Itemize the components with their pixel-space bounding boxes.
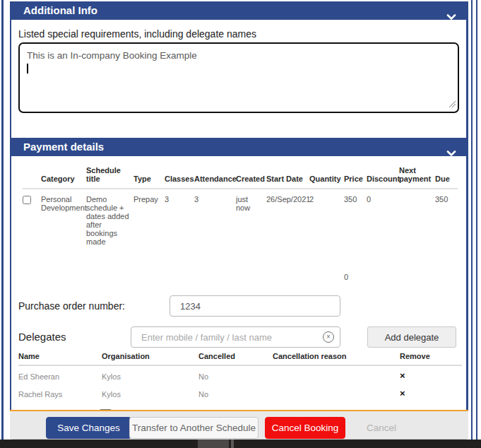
remove-delegate-icon[interactable]: × [400, 384, 462, 402]
scrollbar-segment [231, 440, 234, 448]
delegates-table: Name Organisation Cancelled Cancellation… [18, 352, 462, 402]
page-right-border-inner [471, 0, 473, 440]
cell-schedule-title: Demo schedule + dates added after bookin… [86, 189, 133, 246]
payment-row-checkbox[interactable] [23, 196, 31, 204]
purchase-order-input[interactable] [170, 295, 340, 317]
col-start-date: Start Date [266, 166, 309, 189]
cell-attendance: 3 [194, 189, 236, 246]
delegate-search-input[interactable] [131, 326, 340, 348]
col-category: Category [41, 166, 86, 189]
cell-classes: 3 [165, 189, 194, 246]
delegates-control-row: Delegates × Add delegate [18, 326, 459, 348]
checkbox-column-header [23, 166, 41, 189]
payment-details-title: Payment details [23, 141, 104, 153]
action-footer: Save Changes Transfer to Another Schedul… [10, 410, 468, 440]
booking-edit-screen: Additional Info Listed special requireme… [0, 0, 481, 448]
delegate-row: Rachel Rays Kylos No × [18, 384, 462, 402]
col-remove: Remove [400, 352, 462, 365]
delegate-search-wrap: × [131, 326, 340, 348]
note-text: This is an In-company Booking Example [27, 50, 451, 61]
resize-grip-icon[interactable] [449, 100, 456, 110]
booking-panel: Additional Info Listed special requireme… [10, 1, 468, 410]
cell-next-payment [399, 189, 435, 246]
clear-search-icon[interactable]: × [323, 331, 334, 343]
remove-delegate-icon[interactable]: × [400, 365, 462, 384]
col-price: Price [344, 166, 367, 189]
col-cancelled: Cancelled [198, 352, 273, 365]
col-organisation: Organisation [102, 352, 198, 365]
cell-created: just now [236, 189, 266, 246]
col-cancellation-reason: Cancellation reason [273, 352, 400, 365]
cancel-booking-button[interactable]: Cancel Booking [265, 417, 345, 439]
cell-category: Personal Development [41, 189, 86, 246]
delegate-cancelled: No [198, 384, 273, 402]
delegate-name: Rachel Rays [18, 384, 102, 402]
cell-type: Prepay [133, 189, 165, 246]
purchase-order-row: Purchase order number: [18, 295, 459, 317]
additional-info-title: Additional Info [23, 4, 97, 16]
save-changes-button[interactable]: Save Changes [46, 417, 131, 439]
purchase-order-label: Purchase order number: [18, 300, 125, 312]
col-classes: Classes [165, 166, 194, 189]
cell-discount: 0 [367, 189, 399, 246]
payment-table-header-row: Category Schedule title Type Classes Att… [23, 166, 458, 189]
page-right-border-outer [476, 0, 477, 440]
col-quantity: Quantity [309, 166, 344, 189]
col-next-payment: Next payment [399, 166, 435, 189]
delegate-cancelled: No [198, 365, 273, 384]
col-attendance: Attendance [194, 166, 236, 189]
delegates-header-row: Name Organisation Cancelled Cancellation… [18, 352, 462, 365]
special-requirements-label: Listed special requirements, including d… [18, 28, 459, 40]
delegate-organisation: Kylos [102, 384, 198, 402]
cell-due: 350 [435, 189, 458, 246]
col-due: Due [435, 166, 458, 189]
cell-start-date: 26/Sep/2021 [266, 189, 309, 246]
delegate-organisation: Kylos [102, 365, 198, 384]
chevron-down-icon[interactable] [446, 144, 456, 163]
col-name: Name [18, 352, 102, 365]
add-delegate-button[interactable]: Add delegate [367, 326, 456, 348]
delegate-name: Ed Sheeran [18, 365, 102, 384]
col-created: Created [236, 166, 266, 189]
horizontal-scrollbar-thumb[interactable] [198, 440, 229, 448]
horizontal-scrollbar-track[interactable] [0, 440, 481, 448]
payment-table: Category Schedule title Type Classes Att… [23, 166, 458, 288]
additional-info-header[interactable]: Additional Info [11, 1, 466, 20]
delegate-row: Ed Sheeran Kylos No × [18, 365, 462, 384]
cell-price: 350 [344, 189, 367, 246]
delegates-label: Delegates [18, 331, 66, 343]
col-schedule-title: Schedule title [86, 166, 133, 189]
delegate-reason [273, 384, 400, 402]
transfer-schedule-button[interactable]: Transfer to Another Schedule [129, 417, 259, 439]
payment-total-row: 0 [23, 246, 458, 288]
special-requirements-textarea[interactable]: This is an In-company Booking Example [18, 42, 459, 113]
cancel-button[interactable]: Cancel [339, 417, 424, 439]
cell-quantity: 2 [309, 189, 344, 246]
payment-details-header[interactable]: Payment details [11, 138, 466, 156]
chevron-down-icon[interactable] [446, 8, 456, 26]
text-cursor [27, 64, 28, 73]
col-type: Type [133, 166, 165, 189]
payment-row: Personal Development Demo schedule + dat… [23, 189, 458, 246]
delegate-reason [273, 365, 400, 384]
price-total-value: 0 [344, 246, 367, 288]
col-discount: Discount [367, 166, 399, 189]
page-left-border [1, 0, 4, 440]
